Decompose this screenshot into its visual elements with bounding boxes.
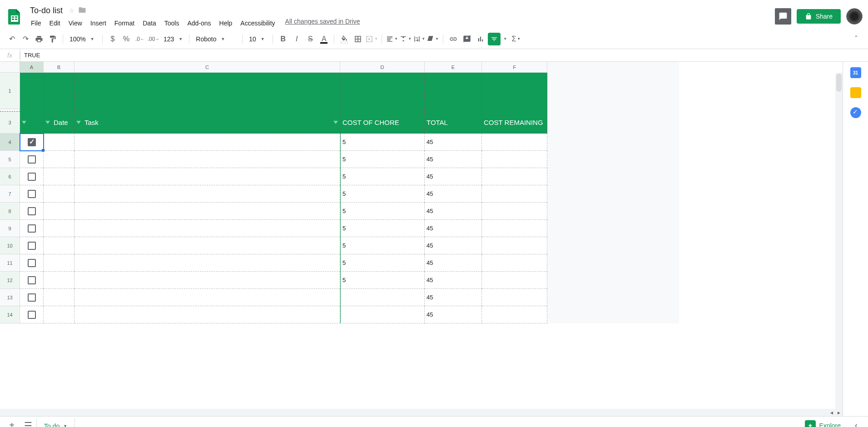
col-header[interactable]: C bbox=[74, 62, 340, 73]
add-sheet-button[interactable]: + bbox=[4, 417, 20, 427]
undo-button[interactable]: ↶ bbox=[5, 33, 18, 45]
share-button[interactable]: Share bbox=[797, 9, 841, 24]
cell[interactable] bbox=[44, 237, 74, 254]
row-header[interactable]: 13 bbox=[0, 289, 20, 306]
menu-format[interactable]: Format bbox=[111, 18, 138, 29]
paint-format-button[interactable] bbox=[46, 33, 59, 45]
cell-checkbox[interactable] bbox=[20, 203, 44, 220]
row-header[interactable]: 14 bbox=[0, 306, 20, 323]
cell-checkbox[interactable] bbox=[20, 272, 44, 289]
sheets-logo-icon[interactable] bbox=[5, 7, 24, 25]
valign-button[interactable]: ▼ bbox=[399, 33, 412, 45]
cell[interactable] bbox=[20, 73, 44, 109]
percent-button[interactable]: % bbox=[120, 33, 133, 45]
more-formats-dropdown[interactable]: 123▼ bbox=[161, 33, 185, 45]
header-remaining[interactable]: COST REMAINING bbox=[482, 112, 547, 134]
sheet-tab-todo[interactable]: To do ▼ bbox=[36, 418, 75, 427]
strikethrough-button[interactable]: S bbox=[304, 33, 317, 45]
cell[interactable] bbox=[74, 254, 340, 272]
cell-cost[interactable]: 5 bbox=[340, 203, 425, 220]
halign-button[interactable]: ▼ bbox=[386, 33, 398, 45]
cell-cost[interactable]: 5 bbox=[340, 185, 425, 203]
cell[interactable] bbox=[482, 168, 547, 185]
rotate-button[interactable]: ▼ bbox=[427, 33, 439, 45]
menu-addons[interactable]: Add-ons bbox=[184, 18, 214, 29]
cell[interactable] bbox=[44, 185, 74, 203]
font-size-dropdown[interactable]: 10▼ bbox=[246, 33, 269, 45]
row-header[interactable]: 1 bbox=[0, 73, 20, 109]
menu-accessibility[interactable]: Accessibility bbox=[237, 18, 278, 29]
checkbox[interactable] bbox=[28, 293, 36, 302]
link-button[interactable] bbox=[447, 33, 460, 45]
cell[interactable] bbox=[44, 289, 74, 306]
cell[interactable] bbox=[74, 73, 340, 109]
tasks-icon[interactable] bbox=[850, 107, 861, 118]
cell[interactable] bbox=[44, 272, 74, 289]
formula-input[interactable]: TRUE bbox=[20, 52, 868, 59]
scroll-left-icon[interactable]: ◄ bbox=[828, 409, 835, 416]
spreadsheet-grid[interactable]: ABCDEF13DateTaskCOST OF CHORETOTALCOST R… bbox=[0, 62, 843, 416]
cell-total[interactable]: 45 bbox=[425, 151, 482, 168]
row-header[interactable]: 8 bbox=[0, 203, 20, 220]
cell[interactable] bbox=[74, 220, 340, 237]
cell-total[interactable]: 45 bbox=[425, 289, 482, 306]
checkbox[interactable] bbox=[28, 224, 36, 233]
cell-total[interactable]: 45 bbox=[425, 203, 482, 220]
cell[interactable] bbox=[44, 254, 74, 272]
row-header[interactable]: 9 bbox=[0, 220, 20, 237]
fx-icon[interactable]: fx bbox=[0, 52, 20, 59]
cell-total[interactable]: 45 bbox=[425, 306, 482, 323]
cell-checkbox[interactable] bbox=[20, 134, 44, 151]
cell[interactable] bbox=[482, 254, 547, 272]
row-header[interactable]: 7 bbox=[0, 185, 20, 203]
row-header[interactable]: 3 bbox=[0, 112, 20, 134]
row-header[interactable]: 4 bbox=[0, 134, 20, 151]
cell[interactable] bbox=[44, 73, 74, 109]
expand-side-panel-button[interactable]: ‹ bbox=[848, 421, 864, 427]
cell-cost[interactable] bbox=[340, 289, 425, 306]
keep-icon[interactable] bbox=[850, 87, 861, 98]
cell-cost[interactable]: 5 bbox=[340, 254, 425, 272]
menu-file[interactable]: File bbox=[27, 18, 45, 29]
checkbox[interactable] bbox=[28, 276, 36, 284]
select-all-corner[interactable] bbox=[0, 62, 20, 73]
save-status[interactable]: All changes saved in Drive bbox=[285, 18, 360, 29]
cell[interactable] bbox=[482, 185, 547, 203]
comment-button[interactable]: + bbox=[461, 33, 473, 45]
cell-checkbox[interactable] bbox=[20, 237, 44, 254]
comments-button[interactable] bbox=[775, 8, 791, 25]
cell[interactable] bbox=[44, 151, 74, 168]
scroll-right-icon[interactable]: ► bbox=[835, 409, 843, 416]
merge-cells-button[interactable]: ▼ bbox=[365, 33, 378, 45]
col-header[interactable]: B bbox=[44, 62, 74, 73]
cell[interactable] bbox=[482, 220, 547, 237]
collapse-toolbar-button[interactable]: ˆ bbox=[850, 33, 863, 45]
cell-total[interactable]: 45 bbox=[425, 168, 482, 185]
cell[interactable] bbox=[44, 220, 74, 237]
row-header[interactable]: 10 bbox=[0, 237, 20, 254]
italic-button[interactable]: I bbox=[290, 33, 303, 45]
cell-checkbox[interactable] bbox=[20, 289, 44, 306]
checkbox[interactable] bbox=[28, 155, 36, 164]
cell[interactable] bbox=[74, 151, 340, 168]
borders-button[interactable] bbox=[352, 33, 364, 45]
cell[interactable] bbox=[74, 237, 340, 254]
cell-total[interactable]: 45 bbox=[425, 272, 482, 289]
wrap-button[interactable]: ▼ bbox=[413, 33, 426, 45]
checkbox[interactable] bbox=[28, 190, 36, 198]
decrease-decimal-button[interactable]: .0← bbox=[134, 33, 146, 45]
cell[interactable] bbox=[74, 185, 340, 203]
col-header-a[interactable]: A bbox=[20, 62, 44, 73]
explore-button[interactable]: ✦ Explore bbox=[798, 420, 848, 427]
checkbox[interactable] bbox=[28, 173, 36, 181]
row-header[interactable]: 6 bbox=[0, 168, 20, 185]
cell[interactable] bbox=[482, 203, 547, 220]
checkbox[interactable] bbox=[28, 207, 36, 215]
cell[interactable] bbox=[340, 73, 425, 109]
chart-button[interactable] bbox=[474, 33, 487, 45]
cell[interactable] bbox=[482, 289, 547, 306]
row-header[interactable]: 11 bbox=[0, 254, 20, 272]
increase-decimal-button[interactable]: .00→ bbox=[147, 33, 160, 45]
fill-color-button[interactable] bbox=[338, 33, 351, 45]
checkbox[interactable] bbox=[28, 311, 36, 319]
